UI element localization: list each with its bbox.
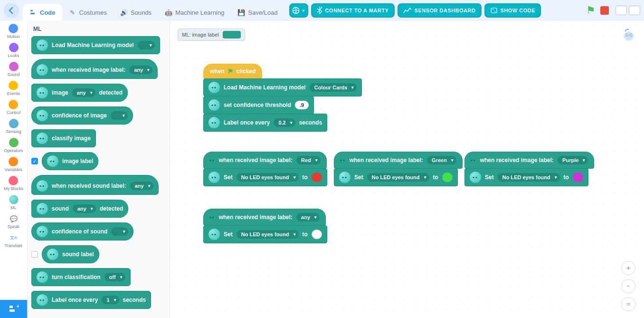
label-dropdown[interactable]: Purple	[558, 156, 588, 164]
block-image-label[interactable]: image label	[42, 152, 98, 170]
connect-button[interactable]: CONNECT TO A MARTY	[311, 3, 395, 18]
script-purple[interactable]: when received image label: Purple Set No…	[464, 152, 594, 186]
script-red[interactable]: when received image label: Red Set No LE…	[203, 152, 327, 186]
block-classify-image[interactable]: classify image	[31, 129, 96, 147]
label-dropdown[interactable]: any	[296, 213, 320, 222]
tab-code[interactable]: Code	[23, 4, 62, 21]
tab-ml-label: Machine Learning	[175, 9, 224, 16]
block-confidence-image[interactable]: confidence of image	[31, 106, 133, 125]
image-dropdown[interactable]: any	[72, 88, 95, 97]
stage-large-button[interactable]	[629, 6, 640, 15]
block-sound-label[interactable]: sound label	[42, 245, 99, 263]
zoom-reset-button[interactable]: ＝	[621, 297, 635, 311]
tab-costumes[interactable]: ✎ Costumes	[62, 4, 114, 21]
block-set-confidence[interactable]: set confidence threshold .9	[203, 96, 314, 114]
color-picker-green[interactable]	[442, 173, 453, 182]
model-dropdown[interactable]	[138, 41, 155, 49]
confidence-input[interactable]: .9	[295, 101, 309, 109]
block-load-model-canvas[interactable]: Load Machine Learning model Colour Cards	[203, 78, 362, 96]
block-set-led-red[interactable]: Set No LED eyes found to	[203, 168, 327, 186]
block-when-image-label[interactable]: when received image label: any	[31, 59, 158, 79]
led-dropdown[interactable]: No LED eyes found	[237, 230, 299, 239]
add-extension-button[interactable]: +	[0, 300, 27, 318]
led-dropdown[interactable]: No LED eyes found	[237, 173, 299, 182]
variable-monitor[interactable]: ML: image label	[178, 29, 245, 41]
marty-icon	[471, 157, 476, 164]
stage-small-button[interactable]	[616, 6, 627, 15]
sensor-dashboard-button[interactable]: SENSOR DASHBOARD	[398, 3, 482, 18]
cat-motion[interactable]: Motion	[7, 24, 20, 39]
color-picker-white[interactable]	[312, 230, 322, 239]
script-canvas[interactable]: ML: image label when ⚑ clicked Load Mach…	[170, 21, 644, 318]
language-button[interactable]: ▾	[289, 3, 308, 18]
cat-translate[interactable]: 文ATranslate	[5, 233, 22, 248]
chart-icon	[403, 7, 412, 14]
sound-label-monitor-checkbox[interactable]	[31, 251, 38, 258]
block-set-led-green[interactable]: Set No LED eyes found to	[334, 168, 458, 186]
cat-myblocks[interactable]: My Blocks	[4, 176, 23, 191]
block-set-led-purple[interactable]: Set No LED eyes found to	[464, 168, 588, 186]
zoom-in-button[interactable]: ＋	[621, 261, 635, 275]
interval-dropdown[interactable]: 1	[102, 296, 119, 304]
block-label-interval[interactable]: Label once every 0.2 seconds	[203, 114, 327, 132]
label-dropdown[interactable]: Red	[296, 156, 321, 164]
tab-saveload[interactable]: 💾 Save/Load	[231, 4, 284, 21]
cat-sensing[interactable]: Sensing	[6, 119, 21, 134]
cat-looks[interactable]: Looks	[8, 43, 19, 58]
cat-speak[interactable]: 💬Speak	[8, 214, 20, 229]
svg-rect-0	[30, 10, 33, 11]
palette-scroll[interactable]: Load Machine Learning model when receive…	[31, 36, 166, 309]
led-dropdown[interactable]: No LED eyes found	[498, 173, 560, 182]
color-picker-purple[interactable]	[573, 173, 583, 182]
cat-sound[interactable]: Sound	[7, 62, 19, 77]
show-code-button[interactable]: SHOW CODE	[484, 3, 541, 18]
onoff-dropdown[interactable]: off	[104, 273, 125, 281]
block-turn-classification[interactable]: turn classification off	[31, 268, 131, 286]
color-picker-red[interactable]	[312, 173, 322, 182]
cat-control[interactable]: Control	[7, 100, 20, 115]
block-when-flag-clicked[interactable]: when ⚑ clicked	[203, 64, 262, 79]
tab-sounds[interactable]: 🔊 Sounds	[114, 4, 158, 21]
conf-dropdown[interactable]	[111, 111, 128, 120]
marty-icon	[340, 157, 346, 164]
script-any[interactable]: when received image label: any Set No LE…	[203, 209, 327, 243]
script-main[interactable]: when ⚑ clicked Load Machine Learning mod…	[203, 64, 362, 132]
save-icon: 💾	[237, 9, 245, 16]
label-dropdown[interactable]: any	[129, 66, 152, 74]
cat-events[interactable]: Events	[7, 81, 20, 96]
stop-button[interactable]	[600, 6, 609, 15]
back-button[interactable]	[4, 3, 19, 18]
block-palette: ML Load Machine Learning model when rece…	[28, 21, 170, 318]
interval-dropdown[interactable]: 0.2	[274, 118, 295, 127]
cat-ml[interactable]: ML	[9, 195, 19, 210]
block-confidence-sound[interactable]: confidence of sound	[31, 222, 133, 241]
marty-icon	[37, 39, 48, 51]
block-set-led-white[interactable]: Set No LED eyes found to	[203, 225, 327, 243]
label-dropdown[interactable]: Green	[427, 156, 456, 164]
cat-variables[interactable]: Variables	[5, 157, 22, 172]
block-load-model[interactable]: Load Machine Learning model	[31, 36, 160, 54]
sprite-thumbnail[interactable]	[620, 26, 637, 43]
block-when-sound-label[interactable]: when received sound label: any	[31, 175, 159, 195]
model-dropdown[interactable]: Colour Cards	[310, 83, 357, 92]
block-when-image-any[interactable]: when received image label: any	[203, 209, 326, 226]
block-when-image-green[interactable]: when received image label: Green	[334, 152, 463, 169]
block-sound-detected[interactable]: sound any detected	[31, 200, 128, 218]
sound-label-dropdown[interactable]: any	[130, 182, 153, 190]
image-label-monitor-checkbox[interactable]: ✓	[31, 158, 38, 164]
zoom-out-button[interactable]: －	[621, 279, 635, 293]
conf-sound-dropdown[interactable]	[111, 227, 128, 236]
palette-title: ML	[33, 26, 166, 32]
block-label-once-every[interactable]: Label once every 1 seconds	[31, 291, 151, 309]
cat-operators[interactable]: Operators	[4, 138, 23, 153]
block-when-image-red[interactable]: when received image label: Red	[203, 152, 327, 169]
tab-ml[interactable]: 🤖 Machine Learning	[158, 4, 231, 21]
category-rail: Motion Looks Sound Events Control Sensin…	[0, 21, 28, 318]
script-green[interactable]: when received image label: Green Set No …	[334, 152, 463, 186]
marty-icon	[208, 229, 220, 240]
green-flag-button[interactable]: ⚑	[586, 4, 596, 17]
block-when-image-purple[interactable]: when received image label: Purple	[464, 152, 594, 169]
block-image-detected[interactable]: image any detected	[31, 84, 128, 102]
sound-dropdown[interactable]: any	[73, 204, 96, 213]
led-dropdown[interactable]: No LED eyes found	[367, 173, 429, 182]
